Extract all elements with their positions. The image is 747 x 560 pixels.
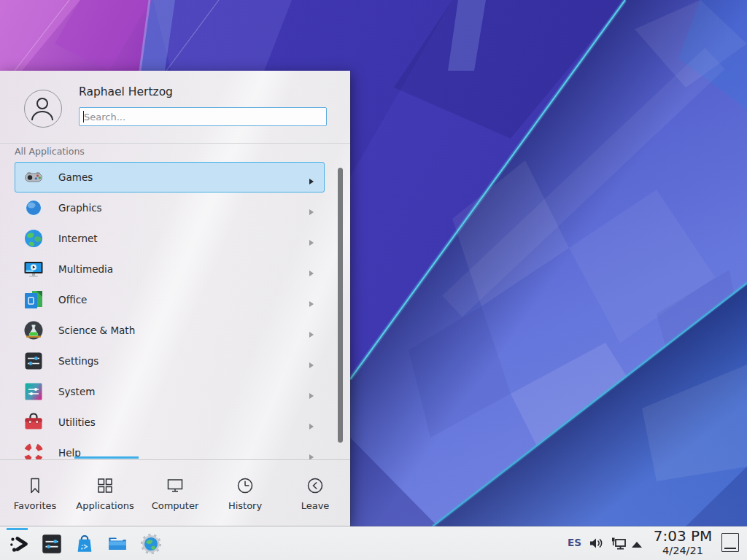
- menu-item-graphics[interactable]: Graphics: [15, 192, 325, 223]
- leave-icon: [306, 476, 325, 495]
- submenu-arrow-icon: [309, 236, 314, 249]
- launcher-active-indicator: [7, 528, 28, 530]
- category-list: Games Graphics: [0, 162, 350, 459]
- keyboard-layout-indicator[interactable]: ES: [568, 537, 581, 548]
- menu-item-utilities[interactable]: Utilities: [15, 407, 325, 438]
- favorites-icon: [26, 476, 44, 495]
- multimedia-icon: [23, 259, 44, 279]
- show-desktop-button[interactable]: [721, 533, 739, 552]
- menu-item-internet[interactable]: Internet: [15, 223, 325, 254]
- kickoff-launcher-button[interactable]: [7, 532, 32, 556]
- tab-label: History: [228, 500, 262, 511]
- user-avatar[interactable]: [24, 90, 62, 128]
- submenu-arrow-icon: [309, 327, 314, 341]
- tab-label: Leave: [301, 500, 330, 511]
- tab-applications[interactable]: Applications: [70, 460, 140, 526]
- submenu-arrow-icon: [309, 297, 314, 311]
- taskbar: ES 7:03 PM 4/24/21: [0, 526, 747, 560]
- office-icon: [23, 289, 44, 310]
- menu-item-label: Settings: [58, 355, 98, 367]
- konqueror-icon: [139, 532, 163, 556]
- menu-item-office[interactable]: Office: [15, 284, 325, 315]
- network-icon[interactable]: [610, 535, 627, 556]
- menu-item-label: Games: [58, 171, 93, 183]
- submenu-arrow-icon: [309, 266, 314, 280]
- discover-icon: [72, 532, 97, 556]
- system-settings-button[interactable]: [39, 532, 64, 556]
- menu-item-label: Office: [58, 294, 87, 306]
- menu-item-label: Utilities: [58, 416, 96, 428]
- tab-label: Favorites: [14, 500, 57, 511]
- graphics-icon: [23, 198, 44, 218]
- person-icon: [25, 90, 60, 125]
- user-name: Raphael Hertzog: [79, 85, 173, 98]
- menu-item-label: Science & Math: [58, 324, 135, 336]
- tab-label: Computer: [152, 500, 199, 511]
- history-icon: [236, 476, 255, 495]
- menu-item-multimedia[interactable]: Multimedia: [15, 254, 325, 284]
- science-icon: [23, 320, 44, 341]
- games-icon: [23, 167, 44, 187]
- system-icon: [23, 381, 44, 402]
- header-separator: [0, 143, 350, 144]
- konqueror-button[interactable]: [139, 532, 163, 556]
- active-tab-indicator: [74, 456, 139, 459]
- application-launcher-popup: Raphael Hertzog All Applications: [0, 71, 350, 526]
- menu-item-label: System: [58, 386, 95, 397]
- submenu-arrow-icon: [309, 358, 314, 372]
- submenu-arrow-icon: [309, 450, 314, 459]
- submenu-arrow-icon: [309, 389, 314, 402]
- menu-item-science-math[interactable]: Science & Math: [15, 315, 325, 346]
- submenu-arrow-icon: [309, 174, 314, 188]
- submenu-arrow-icon: [309, 205, 314, 219]
- expand-arrow-icon[interactable]: [632, 542, 642, 548]
- tab-label: Applications: [76, 500, 133, 511]
- menu-item-label: Internet: [58, 233, 98, 244]
- section-label: All Applications: [15, 146, 85, 157]
- clock-date: 4/24/21: [648, 545, 718, 557]
- file-manager-button[interactable]: [105, 532, 130, 556]
- kickoff-icon: [7, 532, 32, 556]
- applications-icon: [96, 476, 115, 495]
- internet-icon: [23, 228, 44, 249]
- settings-icon: [23, 351, 44, 371]
- launcher-tabbar: Favorites Applications: [0, 460, 350, 526]
- clock-time: 7:03 PM: [648, 527, 718, 545]
- tab-history[interactable]: History: [210, 460, 280, 526]
- help-icon: [23, 443, 44, 459]
- tab-favorites[interactable]: Favorites: [0, 460, 70, 526]
- menu-item-settings[interactable]: Settings: [15, 346, 325, 376]
- search-input[interactable]: [79, 107, 327, 126]
- computer-icon: [166, 476, 185, 495]
- desktop: Raphael Hertzog All Applications: [0, 0, 747, 560]
- menu-item-games[interactable]: Games: [15, 162, 325, 192]
- utilities-icon: [23, 412, 44, 432]
- digital-clock[interactable]: 7:03 PM 4/24/21: [648, 527, 718, 557]
- menu-item-label: Graphics: [58, 202, 102, 214]
- system-settings-icon: [39, 532, 64, 556]
- tab-computer[interactable]: Computer: [140, 460, 210, 526]
- tab-leave[interactable]: Leave: [280, 460, 350, 526]
- discover-button[interactable]: [72, 532, 97, 556]
- submenu-arrow-icon: [309, 419, 314, 433]
- menu-item-label: Multimedia: [58, 263, 113, 275]
- volume-icon[interactable]: [588, 535, 604, 554]
- file-manager-icon: [105, 532, 130, 556]
- scrollbar[interactable]: [338, 168, 343, 443]
- menu-item-system[interactable]: System: [15, 376, 325, 407]
- text-caret: [83, 111, 84, 122]
- menu-item-help[interactable]: Help: [15, 438, 325, 459]
